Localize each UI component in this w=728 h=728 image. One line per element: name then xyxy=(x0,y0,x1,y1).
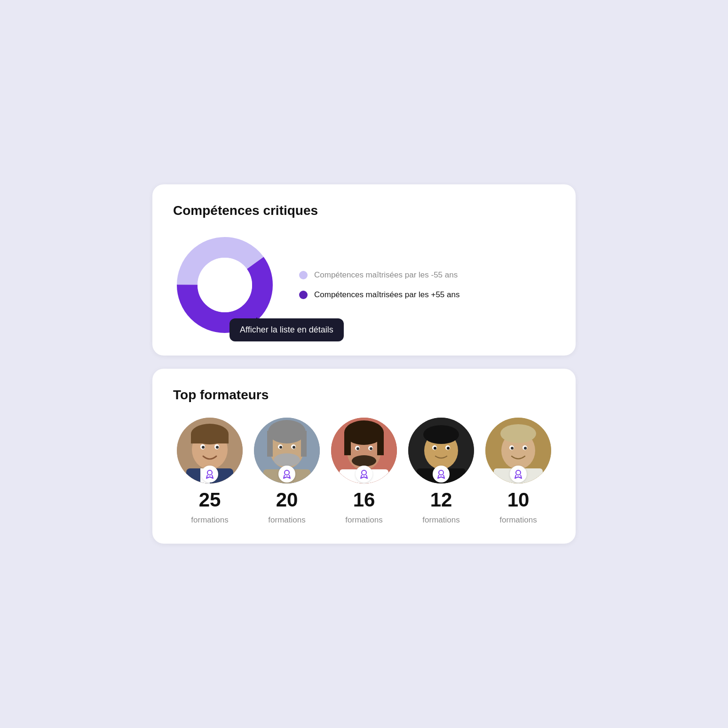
tooltip-bubble[interactable]: Afficher la liste en détails xyxy=(229,318,344,341)
svg-point-41 xyxy=(423,425,459,444)
donut-chart-wrapper[interactable]: ▲ Afficher la liste en détails xyxy=(173,233,277,337)
legend: Compétences maîtrisées par les -55 ans C… xyxy=(299,270,459,300)
badge-icon-2 xyxy=(278,466,295,483)
svg-point-16 xyxy=(268,420,306,443)
formateur-1[interactable]: 25 formations xyxy=(173,418,246,525)
svg-rect-18 xyxy=(301,431,307,457)
svg-rect-6 xyxy=(191,434,229,443)
formateur-count-1: 25 xyxy=(199,490,221,510)
formateur-count-2: 20 xyxy=(276,490,298,510)
avatar-wrapper-5 xyxy=(485,418,551,483)
svg-rect-30 xyxy=(377,432,384,455)
avatar-wrapper-1 xyxy=(177,418,243,483)
svg-point-54 xyxy=(524,447,527,450)
formateur-label-4: formations xyxy=(422,515,459,525)
legend-dot-light xyxy=(299,271,308,279)
svg-point-19 xyxy=(274,453,300,467)
formateur-label-2: formations xyxy=(268,515,305,525)
legend-item-dark: Compétences maîtrisées par les +55 ans xyxy=(299,290,459,300)
formateurs-title: Top formateurs xyxy=(173,388,555,403)
svg-point-35 xyxy=(370,447,372,450)
formateur-label-1: formations xyxy=(191,515,228,525)
formateur-5[interactable]: 10 formations xyxy=(482,418,555,525)
competences-title: Compétences critiques xyxy=(173,203,555,218)
svg-point-53 xyxy=(511,447,514,450)
badge-icon-4 xyxy=(433,466,450,483)
svg-point-23 xyxy=(293,446,295,449)
badge-icon-1 xyxy=(201,466,218,483)
svg-point-22 xyxy=(279,446,282,449)
formateurs-row: 25 formations xyxy=(173,418,555,525)
competences-content: ▲ Afficher la liste en détails Compétenc… xyxy=(173,233,555,337)
svg-point-45 xyxy=(447,447,450,450)
svg-point-31 xyxy=(352,455,376,467)
svg-point-9 xyxy=(202,446,205,449)
svg-point-10 xyxy=(216,446,219,449)
formateur-2[interactable]: 20 formations xyxy=(250,418,324,525)
svg-rect-29 xyxy=(344,432,351,455)
avatar-wrapper-4 xyxy=(408,418,474,483)
page-container: Compétences critiques ▲ Afficher la l xyxy=(152,184,576,544)
formateurs-card: Top formateurs xyxy=(152,369,576,544)
svg-point-47 xyxy=(439,470,443,475)
svg-point-56 xyxy=(516,470,521,475)
formateur-count-3: 16 xyxy=(353,490,375,510)
legend-label-light: Compétences maîtrisées par les -55 ans xyxy=(314,270,458,280)
svg-point-13 xyxy=(207,470,212,475)
formateur-count-4: 12 xyxy=(430,490,452,510)
svg-point-25 xyxy=(285,470,289,475)
badge-icon-3 xyxy=(356,466,372,483)
legend-item-light: Compétences maîtrisées par les -55 ans xyxy=(299,270,459,280)
svg-point-38 xyxy=(362,470,366,475)
legend-dot-dark xyxy=(299,291,308,299)
formateur-count-5: 10 xyxy=(507,490,530,510)
formateur-3[interactable]: 16 formations xyxy=(327,418,401,525)
formateur-label-5: formations xyxy=(499,515,537,525)
avatar-wrapper-3 xyxy=(331,418,397,483)
svg-point-44 xyxy=(434,447,436,450)
competences-card: Compétences critiques ▲ Afficher la l xyxy=(152,184,576,356)
svg-point-50 xyxy=(500,424,536,443)
formateur-4[interactable]: 12 formations xyxy=(404,418,478,525)
svg-point-34 xyxy=(356,447,359,450)
legend-label-dark: Compétences maîtrisées par les +55 ans xyxy=(314,290,459,300)
badge-icon-5 xyxy=(510,466,527,483)
svg-point-2 xyxy=(198,258,252,312)
avatar-wrapper-2 xyxy=(254,418,320,483)
formateur-label-3: formations xyxy=(345,515,382,525)
svg-rect-17 xyxy=(267,431,273,457)
